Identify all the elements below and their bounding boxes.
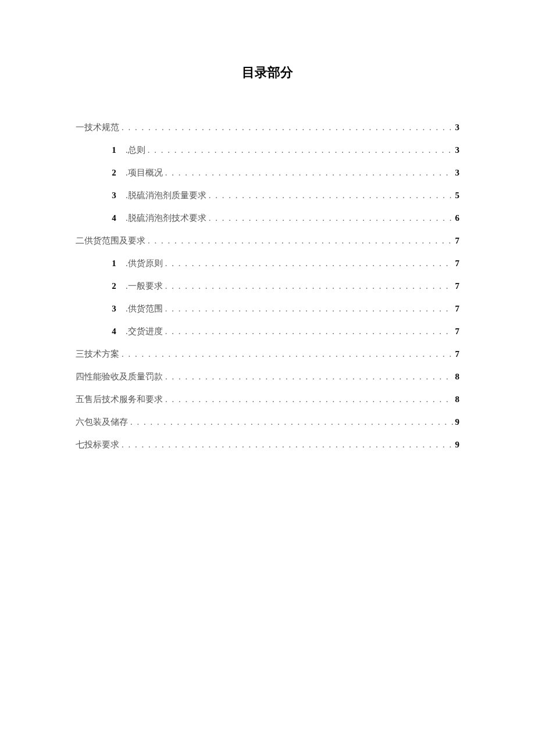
toc-number: 2 — [102, 281, 126, 291]
toc-page-number: 3 — [455, 168, 460, 178]
toc-number: 3 — [102, 304, 126, 314]
toc-number: 1 — [102, 259, 126, 268]
toc-page-number: 8 — [455, 395, 460, 404]
toc-entry: 2.一般要求 7 — [76, 281, 459, 292]
toc-label: .脱硫消泡剂技术要求 — [126, 213, 206, 224]
toc-leader-dots — [148, 236, 453, 246]
toc-label: 三技术方案 — [76, 349, 119, 360]
toc-label: .脱硫消泡剂质量要求 — [126, 190, 206, 201]
toc-page-number: 6 — [455, 213, 460, 223]
toc-page-number: 7 — [455, 259, 460, 268]
toc-leader-dots — [165, 259, 453, 268]
toc-label: .总则 — [126, 145, 145, 156]
toc-page-number: 3 — [455, 145, 460, 155]
toc-label: .交货进度 — [126, 326, 163, 337]
toc-label: 二供货范围及要求 — [76, 235, 145, 246]
toc-entry: 2.项目概况 3 — [76, 167, 459, 178]
toc-leader-dots — [148, 145, 453, 155]
toc-leader-dots — [122, 349, 453, 359]
toc-entry: 4.交货进度 7 — [76, 326, 459, 337]
toc-entry: 3.供货范围 7 — [76, 303, 459, 314]
toc-entry: 二供货范围及要求 7 — [76, 235, 459, 246]
toc-label: .项目概况 — [126, 167, 163, 178]
toc-page-number: 7 — [455, 236, 460, 246]
toc-entry: 1.供货原则 7 — [76, 258, 459, 269]
toc-entry: 4.脱硫消泡剂技术要求 6 — [76, 213, 459, 224]
toc-page-number: 5 — [455, 191, 460, 200]
toc-page-number: 7 — [455, 281, 460, 291]
toc-leader-dots — [122, 123, 453, 132]
toc-page-number: 7 — [455, 349, 460, 359]
toc-label: .供货范围 — [126, 303, 163, 314]
toc-entry: 六包装及储存 9 — [76, 417, 459, 428]
toc-entry: 3.脱硫消泡剂质量要求 5 — [76, 190, 459, 201]
toc-entry: 1.总则 3 — [76, 145, 459, 156]
toc-entry: 五售后技术服务和要求 8 — [76, 394, 459, 405]
toc-leader-dots — [209, 213, 453, 223]
toc-label: .供货原则 — [126, 258, 163, 269]
page-title: 目录部分 — [76, 64, 459, 81]
table-of-contents: 一技术规范 31.总则 32.项目概况 33.脱硫消泡剂质量要求 54.脱硫消泡… — [76, 122, 459, 450]
toc-leader-dots — [165, 395, 453, 404]
toc-entry: 一技术规范 3 — [76, 122, 459, 133]
toc-number: 3 — [102, 191, 126, 200]
toc-leader-dots — [165, 304, 453, 314]
toc-label: .一般要求 — [126, 281, 163, 292]
toc-page-number: 9 — [455, 417, 460, 427]
toc-leader-dots — [122, 440, 453, 450]
toc-number: 4 — [102, 213, 126, 223]
toc-leader-dots — [165, 168, 453, 178]
toc-page-number: 3 — [455, 123, 460, 132]
toc-entry: 三技术方案 7 — [76, 349, 459, 360]
toc-label: 五售后技术服务和要求 — [76, 394, 163, 405]
toc-number: 4 — [102, 327, 126, 336]
toc-entry: 七投标要求 9 — [76, 439, 459, 450]
toc-label: 四性能验收及质量罚款 — [76, 371, 163, 382]
toc-page-number: 9 — [455, 440, 460, 450]
toc-label: 一技术规范 — [76, 122, 119, 133]
toc-page-number: 8 — [455, 372, 460, 382]
toc-leader-dots — [165, 372, 453, 382]
toc-label: 六包装及储存 — [76, 417, 128, 428]
toc-leader-dots — [165, 281, 453, 291]
toc-leader-dots — [130, 417, 453, 427]
toc-leader-dots — [209, 191, 453, 200]
toc-leader-dots — [165, 327, 453, 336]
toc-entry: 四性能验收及质量罚款 8 — [76, 371, 459, 382]
toc-number: 1 — [102, 145, 126, 155]
toc-number: 2 — [102, 168, 126, 178]
toc-page-number: 7 — [455, 327, 460, 336]
toc-label: 七投标要求 — [76, 439, 119, 450]
toc-page-number: 7 — [455, 304, 460, 314]
